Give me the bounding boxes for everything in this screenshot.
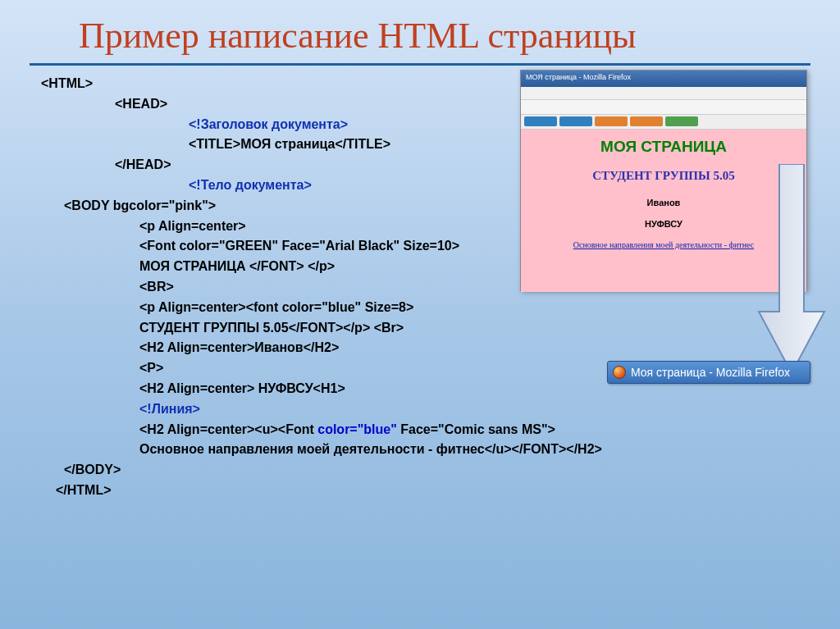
- arrow-annotation: [755, 164, 829, 381]
- code-fragment: Face="Comic sans MS">: [397, 422, 555, 436]
- toolbar-button: [559, 116, 592, 126]
- browser-addressbar: [521, 100, 806, 115]
- code-fragment: color="blue": [317, 422, 397, 436]
- taskbar-button[interactable]: Моя страница - Mozilla Firefox: [607, 361, 810, 384]
- code-line: <H2 Align=center><u><Font color="blue" F…: [139, 420, 807, 440]
- toolbar-button: [630, 116, 663, 126]
- code-line: <p Align=center><font color="blue" Size=…: [139, 298, 807, 318]
- browser-menubar: [521, 87, 806, 100]
- code-comment: <!Линия>: [139, 399, 807, 420]
- code-line: Основное направления моей деятельности -…: [139, 440, 807, 460]
- slide-title: Пример написание HTML страницы: [30, 0, 810, 66]
- taskbar-label: Моя страница - Mozilla Firefox: [631, 366, 790, 379]
- toolbar-button: [595, 116, 628, 126]
- preview-title: МОЯ СТРАНИЦА: [521, 138, 806, 156]
- toolbar-button: [665, 116, 698, 126]
- code-fragment: <H2 Align=center><u><Font: [139, 422, 317, 436]
- toolbar-button: [524, 116, 557, 126]
- code-line: </HTML>: [56, 481, 807, 501]
- code-line: СТУДЕНТ ГРУППЫ 5.05</FONT></p> <Br>: [139, 318, 807, 339]
- code-line: </BODY>: [64, 460, 807, 481]
- firefox-icon: [613, 366, 626, 379]
- browser-titlebar: МОЯ страница - Mozilla Firefox: [521, 71, 806, 87]
- browser-toolbar: [521, 115, 806, 130]
- code-line: <H2 Align=center>Иванов</H2>: [139, 338, 807, 358]
